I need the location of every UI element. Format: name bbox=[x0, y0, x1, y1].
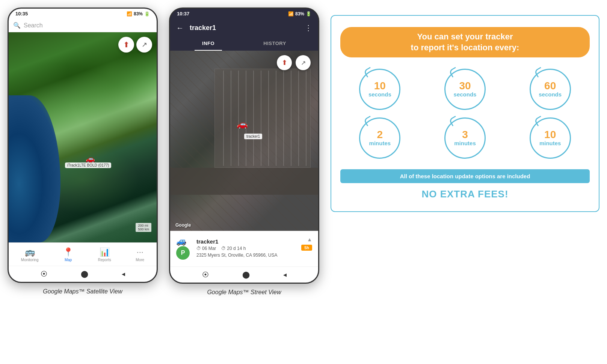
interval-item: 30 seconds bbox=[426, 69, 505, 110]
navigate2-icon[interactable]: ↗ bbox=[296, 55, 311, 70]
phone2-recents-btn[interactable]: ⦿ bbox=[202, 271, 209, 279]
phone1-map[interactable]: ⬆ ↗ 🚗 iTrack1LTE BOLD (0177) Google 200 … bbox=[9, 32, 157, 242]
interval-unit: minutes bbox=[369, 140, 391, 147]
home-btn[interactable]: ⬤ bbox=[81, 270, 88, 278]
interval-item: 2 minutes bbox=[340, 117, 420, 159]
tracker-meta: ⏱ 06 Mar ⏱ 20 d 14 h bbox=[196, 246, 277, 251]
tracker-address: 2325 Myers St, Oroville, CA 95966, USA bbox=[196, 253, 277, 258]
interval-number: 30 bbox=[459, 81, 471, 91]
interval-circle: 3 minutes bbox=[444, 117, 486, 159]
tracker-info-header: 🚙 P tracker1 ⏱ 06 Mar ⏱ bbox=[176, 236, 312, 260]
phone2-wrapper: 10:37 📶 83% 🔋 ← tracker1 ⋮ INFO HISTORY bbox=[169, 8, 319, 296]
tracker-date: ⏱ 06 Mar bbox=[196, 246, 216, 251]
tab-history[interactable]: HISTORY bbox=[256, 37, 294, 51]
nav-monitoring[interactable]: 🚌 Monitoring bbox=[18, 246, 42, 263]
interval-unit: minutes bbox=[454, 140, 476, 147]
phone1-bottom-nav: 🚌 Monitoring 📍 Map 📊 Reports ··· More bbox=[9, 242, 157, 266]
google-logo-map2: Google bbox=[175, 223, 191, 228]
card-title-bar: You can set your tracker to report it's … bbox=[340, 27, 590, 57]
phone2-mockup: 10:37 📶 83% 🔋 ← tracker1 ⋮ INFO HISTORY bbox=[169, 8, 319, 284]
search-input[interactable]: Search bbox=[24, 22, 152, 29]
reports-icon: 📊 bbox=[100, 247, 110, 257]
interval-unit: seconds bbox=[454, 91, 477, 98]
interval-circle: 30 seconds bbox=[444, 69, 486, 110]
map-scale: 200 mi500 km bbox=[136, 223, 151, 232]
parking-area bbox=[214, 69, 311, 168]
interval-circle: 10 seconds bbox=[359, 69, 400, 110]
phone2-status-right: 📶 83% 🔋 bbox=[288, 11, 311, 17]
tracker-title: tracker1 bbox=[190, 24, 299, 32]
phone1-battery-icon: 🔋 bbox=[144, 11, 150, 17]
phone2-home-btn[interactable]: ⬤ bbox=[242, 271, 250, 279]
search-icon: 🔍 bbox=[13, 22, 21, 29]
interval-item: 60 seconds bbox=[510, 69, 590, 110]
phone2-header: ← tracker1 ⋮ bbox=[170, 19, 318, 37]
phone2-signal-icon: 📶 bbox=[288, 11, 294, 17]
nav-reports[interactable]: 📊 Reports bbox=[95, 246, 114, 263]
back-button[interactable]: ← bbox=[176, 24, 184, 32]
phone1-signal-icon: 📶 bbox=[127, 11, 132, 17]
navigate-icon[interactable]: ↗ bbox=[136, 37, 152, 53]
phone1-status-right: 📶 83% 🔋 bbox=[127, 11, 150, 17]
phone2-caption: Google Maps™ Street View bbox=[207, 289, 281, 296]
phone1-search-bar[interactable]: 🔍 Search bbox=[9, 19, 157, 32]
phone2-tabs: INFO HISTORY bbox=[170, 37, 318, 51]
compass2-icon[interactable]: ⬆ bbox=[277, 55, 292, 70]
interval-number: 10 bbox=[374, 81, 386, 91]
phone1-wrapper: 10:35 📶 83% 🔋 🔍 Search ⬆ ↗ 🚗 iTrack1LTE … bbox=[8, 8, 158, 295]
interval-item: 10 minutes bbox=[510, 117, 590, 159]
tracker-car-icon: 🚙 bbox=[176, 236, 190, 246]
card-footer-bar: All of these location update options are… bbox=[340, 169, 590, 183]
interval-number: 10 bbox=[544, 129, 556, 140]
phone2-time: 10:37 bbox=[177, 11, 189, 17]
map-icon: 📍 bbox=[63, 247, 73, 257]
phone2-battery: 83% bbox=[295, 11, 304, 17]
interval-item: 3 minutes bbox=[426, 117, 505, 159]
interval-circle: 60 seconds bbox=[530, 69, 571, 110]
tracker-info-card: You can set your tracker to report it's … bbox=[331, 15, 599, 212]
main-container: 10:35 📶 83% 🔋 🔍 Search ⬆ ↗ 🚗 iTrack1LTE … bbox=[8, 8, 599, 296]
tracker-info-panel: 🚙 P tracker1 ⏱ 06 Mar ⏱ bbox=[170, 231, 318, 266]
more-icon: ··· bbox=[137, 247, 143, 257]
monitoring-icon: 🚌 bbox=[25, 247, 35, 257]
phone1-mockup: 10:35 📶 83% 🔋 🔍 Search ⬆ ↗ 🚗 iTrack1LTE … bbox=[8, 8, 158, 283]
time-badge: 5h bbox=[301, 245, 312, 251]
phone2-home-bar: ⦿ ⬤ ◂ bbox=[170, 266, 318, 283]
nav-reports-label: Reports bbox=[98, 258, 111, 262]
interval-circle: 2 minutes bbox=[359, 117, 400, 159]
interval-item: 10 seconds bbox=[340, 69, 420, 110]
interval-number: 2 bbox=[377, 129, 383, 140]
tracker2-map-pin[interactable]: 🚗 bbox=[237, 119, 248, 129]
tracker-p-badge: P bbox=[176, 246, 190, 260]
interval-circle: 10 minutes bbox=[530, 117, 571, 159]
nav-more-label: More bbox=[136, 258, 144, 262]
nav-map[interactable]: 📍 Map bbox=[60, 246, 76, 263]
tracker-info-text: tracker1 ⏱ 06 Mar ⏱ 20 d 14 h bbox=[196, 238, 277, 258]
tracker2-map-label: tracker1 bbox=[244, 134, 262, 139]
tracker-duration: ⏱ 20 d 14 h bbox=[221, 246, 246, 251]
intervals-grid: 10 seconds 30 seconds 60 seconds 2 minut… bbox=[340, 69, 590, 159]
phone2-status-bar: 10:37 📶 83% 🔋 bbox=[170, 9, 318, 19]
phone2-back-btn[interactable]: ◂ bbox=[283, 271, 287, 279]
tracker-map-label: iTrack1LTE BOLD (0177) bbox=[65, 162, 112, 168]
tracker-map-pin[interactable]: 🚗 bbox=[86, 154, 95, 163]
phone1-status-bar: 10:35 📶 83% 🔋 bbox=[9, 9, 157, 19]
nav-more[interactable]: ··· More bbox=[133, 246, 147, 263]
interval-number: 3 bbox=[462, 129, 468, 140]
interval-unit: seconds bbox=[368, 91, 391, 98]
phone1-time: 10:35 bbox=[15, 11, 28, 17]
clock-icon: ⏱ bbox=[196, 246, 201, 251]
card-title: You can set your tracker to report it's … bbox=[349, 32, 581, 53]
tab-info[interactable]: INFO bbox=[195, 37, 222, 51]
more-options-icon[interactable]: ⋮ bbox=[305, 23, 312, 32]
back-btn[interactable]: ◂ bbox=[122, 270, 125, 278]
road-area bbox=[170, 168, 318, 195]
phone2-battery-icon: 🔋 bbox=[306, 11, 311, 17]
phone2-map[interactable]: ⬆ ↗ 🚗 tracker1 Google bbox=[170, 51, 318, 231]
nav-map-label: Map bbox=[65, 258, 72, 262]
recents-btn[interactable]: ⦿ bbox=[41, 270, 47, 278]
compass-icon[interactable]: ⬆ bbox=[118, 37, 134, 53]
scroll-up-icon: ▲ bbox=[307, 236, 312, 242]
phone1-home-bar: ⦿ ⬤ ◂ bbox=[9, 266, 157, 282]
interval-number: 60 bbox=[544, 81, 556, 91]
